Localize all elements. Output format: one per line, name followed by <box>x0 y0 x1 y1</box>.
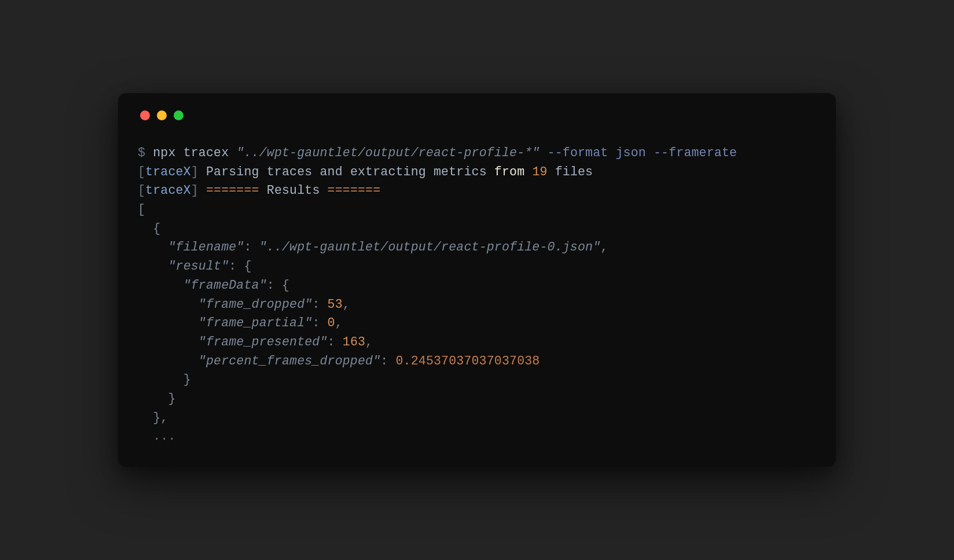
json-key-frame-presented: "frame_presented" <box>199 335 328 349</box>
json-colon: : <box>328 335 335 349</box>
window-controls <box>138 110 816 120</box>
close-icon[interactable] <box>140 110 150 120</box>
json-key-frame-dropped: "frame_dropped" <box>199 297 313 311</box>
json-brace: { <box>153 222 160 235</box>
log-message: Parsing traces and extracting metrics <box>206 165 487 179</box>
command-runner: npx <box>153 146 175 160</box>
minimize-icon[interactable] <box>157 110 167 120</box>
log-suffix: files <box>555 165 593 179</box>
log-divider: ======= <box>206 183 259 197</box>
json-key-result: "result" <box>168 259 229 273</box>
json-colon: : <box>267 278 274 292</box>
log-file-count: 19 <box>532 165 547 179</box>
json-colon: : <box>244 240 251 254</box>
prompt-symbol: $ <box>138 146 145 160</box>
json-brace: } <box>168 392 175 406</box>
log-from-keyword: from <box>494 165 524 179</box>
json-ellipsis: ... <box>153 429 175 443</box>
maximize-icon[interactable] <box>174 110 184 120</box>
json-key-percent-dropped: "percent_frames_dropped" <box>199 354 380 368</box>
json-comma: , <box>160 411 168 425</box>
json-colon: : <box>380 354 388 368</box>
command-flags: --format json --framerate <box>548 146 737 160</box>
json-val-percent-dropped: 0.24537037037037038 <box>396 354 540 368</box>
terminal-window: $ npx tracex "../wpt-gauntlet/output/rea… <box>118 93 836 467</box>
json-brace: } <box>153 411 160 425</box>
log-bracket: [ <box>138 165 145 179</box>
log-tag: traceX <box>145 165 191 179</box>
json-colon: : <box>229 259 236 273</box>
terminal-output[interactable]: $ npx tracex "../wpt-gauntlet/output/rea… <box>138 143 816 446</box>
log-divider: ======= <box>328 183 381 197</box>
json-comma: , <box>365 335 373 349</box>
json-val-frame-dropped: 53 <box>328 297 343 311</box>
json-brace: } <box>184 373 191 386</box>
json-val-filename: "../wpt-gauntlet/output/react-profile-0.… <box>259 240 601 254</box>
log-bracket: ] <box>191 165 199 179</box>
json-key-filename: "filename" <box>168 240 244 254</box>
log-bracket: ] <box>191 183 199 197</box>
json-comma: , <box>343 297 350 311</box>
log-tag: traceX <box>145 183 191 197</box>
command-path-arg: "../wpt-gauntlet/output/react-profile-*" <box>236 146 540 160</box>
log-results-label: Results <box>267 183 320 197</box>
json-colon: : <box>312 297 320 311</box>
log-bracket: [ <box>138 183 145 197</box>
json-colon: : <box>312 316 320 330</box>
command-tool: tracex <box>184 146 229 160</box>
json-key-framedata: "frameData" <box>184 278 267 292</box>
json-val-frame-presented: 163 <box>343 335 365 349</box>
json-brace: { <box>244 259 251 273</box>
json-comma: , <box>335 316 343 330</box>
json-bracket: [ <box>138 202 145 216</box>
json-comma: , <box>600 240 608 254</box>
json-val-frame-partial: 0 <box>328 316 335 330</box>
json-key-frame-partial: "frame_partial" <box>199 316 313 330</box>
json-brace: { <box>282 278 289 292</box>
